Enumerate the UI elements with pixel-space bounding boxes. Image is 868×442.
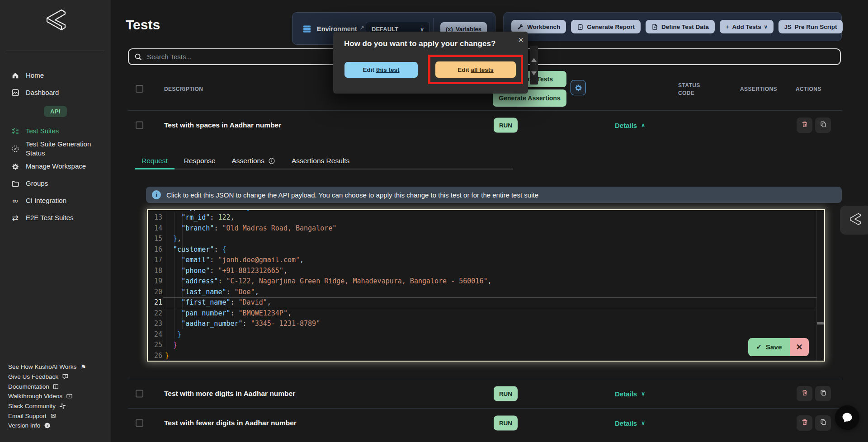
sidebar-item-test-suites[interactable]: Test Suites: [0, 122, 111, 140]
tab-label: Assertions: [232, 157, 264, 165]
column-header-status-code: STATUS CODE: [678, 82, 707, 97]
delete-test-button[interactable]: [797, 415, 812, 431]
page-title: Tests: [126, 17, 160, 33]
footer-link-version-info[interactable]: Version Info: [8, 421, 108, 431]
tab-assertions-results[interactable]: Assertions Results: [285, 153, 356, 169]
sidebar-item-groups[interactable]: Groups: [0, 175, 111, 193]
info-icon: i: [152, 190, 161, 199]
button-label: Generate Report: [587, 24, 635, 30]
caret-up-icon: ∧: [641, 122, 645, 128]
add-tests-button[interactable]: +Add Tests∨: [720, 20, 774, 33]
editor-line[interactable]: 21 "first_name": "David",: [148, 297, 818, 308]
scroll-stepper[interactable]: [530, 46, 538, 85]
details-toggle[interactable]: Details∧: [615, 121, 645, 129]
editor-line[interactable]: 19 "address": "C-122, Nagarjuna Green Ri…: [148, 276, 818, 287]
details-label: Details: [615, 419, 637, 427]
footer-link-slack-community[interactable]: Slack Community: [8, 401, 108, 411]
copy-icon: [820, 121, 827, 129]
details-toggle[interactable]: Details∨: [615, 419, 645, 427]
select-all-checkbox[interactable]: [136, 85, 143, 93]
row-checkbox[interactable]: [136, 121, 143, 129]
editor-line[interactable]: 26}: [148, 351, 818, 362]
test-name: Test with more digits in Aadhar number: [164, 390, 295, 398]
define-test-data-button[interactable]: Define Test Data: [646, 20, 715, 33]
generate-report-button[interactable]: Generate Report: [571, 20, 641, 33]
editor-line[interactable]: 18 "phone": "+91-8812312665",: [148, 266, 818, 277]
sidebar-footer-links: See How KushoAI Works⚑Give Us FeedbackDo…: [8, 362, 108, 431]
arrow-up-icon[interactable]: [531, 58, 537, 62]
delete-test-button[interactable]: [797, 386, 812, 401]
editor-line[interactable]: 23 "aadhar_number": "3345- 1231-8789": [148, 319, 818, 329]
row-checkbox[interactable]: [136, 390, 143, 397]
column-header-assertions: ASSERTIONS: [740, 86, 777, 92]
sidebar-item-ci-integration[interactable]: ∞CI Integration: [0, 193, 111, 210]
arrow-down-icon[interactable]: [531, 71, 537, 75]
sidebar-item-e2e-test-suites[interactable]: ⇄E2E Test Suites: [0, 210, 111, 227]
line-number: 22: [150, 308, 162, 319]
editor-line[interactable]: 15 },: [148, 234, 818, 245]
footer-link-email-support[interactable]: Email Support✉: [8, 411, 108, 421]
duplicate-test-button[interactable]: [815, 386, 831, 401]
floating-logo-tab[interactable]: [840, 206, 868, 235]
editor-line[interactable]: 24 }: [148, 329, 818, 340]
line-content: "pan_number": "BMQWE1234P",: [165, 308, 292, 319]
tab-assertions[interactable]: Assertions: [225, 153, 282, 169]
footer-link-walkthrough-videos[interactable]: Walkthrough Videos: [8, 391, 108, 401]
sidebar-item-label: E2E Test Suites: [26, 213, 74, 222]
line-number: 20: [150, 287, 162, 298]
tab-response[interactable]: Response: [177, 153, 222, 169]
footer-link-label: Documentation: [8, 383, 49, 390]
line-content: "rm_id": 122,: [165, 212, 235, 223]
editor-line[interactable]: 13 "rm_id": 122,: [148, 212, 818, 223]
sidebar-item-manage-workspace[interactable]: Manage Workspace: [0, 158, 111, 175]
line-number: 14: [150, 223, 162, 234]
json-editor[interactable]: 12 "type": "SALARY"},13 "rm_id": 122,14 …: [147, 209, 825, 362]
editor-line[interactable]: 20 "last_name": "Doe",: [148, 287, 818, 298]
sidebar-item-home[interactable]: Home: [0, 67, 111, 84]
chat-launcher-button[interactable]: [835, 405, 859, 430]
chevron-down-icon: ∨: [764, 24, 768, 30]
sidebar-divider: [6, 51, 104, 51]
delete-test-button[interactable]: [797, 118, 812, 133]
run-button[interactable]: RUN: [494, 386, 518, 401]
line-content: "address": "C-122, Nagarjuna Green Ridge…: [165, 276, 491, 287]
line-content: "customer": {: [165, 245, 226, 255]
editor-line[interactable]: 16 "customer": {: [148, 245, 818, 255]
settings-gear-button[interactable]: [571, 80, 586, 95]
details-toggle[interactable]: Details∨: [615, 390, 645, 397]
save-label: Save: [765, 343, 782, 351]
edit-this-emphasis: this test: [376, 66, 400, 73]
run-button[interactable]: RUN: [494, 415, 518, 430]
editor-line[interactable]: 17 "email": "jonh.doe@gmail.com",: [148, 255, 818, 266]
duplicate-test-button[interactable]: [815, 415, 831, 431]
external-link-icon[interactable]: ↗: [359, 24, 364, 31]
pre-run-script-button[interactable]: JSPre Run Script: [778, 20, 843, 33]
editor-scrollbar-thumb[interactable]: [817, 322, 824, 324]
edit-this-test-button[interactable]: Edit this test: [344, 62, 418, 78]
sidebar-item-label: Test Suite Generation Status: [26, 140, 106, 158]
editor-line[interactable]: 22 "pan_number": "BMQWE1234P",: [148, 308, 818, 319]
sidebar-item-test-suite-generation-status[interactable]: Test Suite Generation Status: [0, 140, 111, 158]
mail-icon: ✉: [50, 412, 57, 419]
editor-line[interactable]: 25 }: [148, 340, 818, 351]
footer-link-give-us-feedback[interactable]: Give Us Feedback: [8, 372, 108, 382]
footer-link-documentation[interactable]: Documentation: [8, 381, 108, 391]
duplicate-test-button[interactable]: [815, 118, 831, 133]
footer-link-see-how-kushoai-works[interactable]: See How KushoAI Works⚑: [8, 362, 108, 372]
modal-title: How do you want to apply your changes?: [344, 39, 495, 48]
modal-close-icon[interactable]: ×: [518, 35, 524, 44]
tab-label: Response: [184, 157, 216, 165]
flag-icon: ⚑: [80, 363, 87, 371]
edit-all-tests-button[interactable]: Edit all tests: [435, 61, 516, 78]
tab-request[interactable]: Request: [135, 153, 175, 169]
discard-button[interactable]: ✕: [790, 338, 809, 356]
footer-link-label: Walkthrough Videos: [8, 393, 62, 400]
sidebar-item-dashboard[interactable]: Dashboard: [0, 84, 111, 101]
editor-line[interactable]: 12 "type": "SALARY"},: [148, 209, 818, 212]
save-button[interactable]: ✓ Save: [748, 338, 790, 356]
run-button[interactable]: RUN: [494, 118, 518, 132]
line-content: "email": "jonh.doe@gmail.com",: [165, 255, 304, 266]
row-checkbox[interactable]: [136, 419, 143, 427]
line-content: "last_name": "Doe",: [165, 287, 259, 298]
editor-line[interactable]: 14 "branch": "Old Madras Road, Bangalore…: [148, 223, 818, 234]
